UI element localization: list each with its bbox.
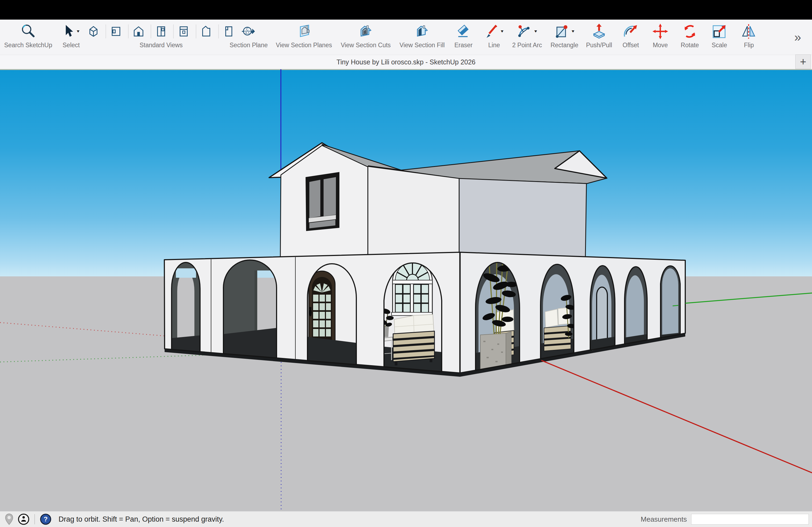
viewport-3d-canvas[interactable]	[0, 69, 812, 511]
document-title: Tiny House by Lili orosco.skp - SketchUp…	[336, 58, 475, 66]
search-sketchup-button[interactable]: Search SketchUp	[3, 22, 54, 49]
view-section-cuts-button[interactable]: View Section Cuts	[336, 22, 395, 49]
tool-label: Offset	[623, 42, 639, 49]
geolocation-pin-icon[interactable]	[4, 513, 14, 525]
measurements-input[interactable]	[691, 514, 809, 525]
line-tool-button[interactable]: ▼ Line	[479, 22, 509, 49]
flip-icon	[741, 23, 757, 40]
view-back-button[interactable]	[173, 25, 193, 39]
view-section-planes-button[interactable]: View Section Planes	[272, 22, 336, 49]
view-section-planes-icon	[296, 23, 312, 40]
view-section-fill-button[interactable]: View Section Fill	[394, 22, 450, 49]
svg-text:?: ?	[44, 515, 48, 523]
tool-label: Search SketchUp	[4, 42, 52, 49]
tool-label: Line	[488, 42, 500, 49]
title-bar: Tiny House by Lili orosco.skp - SketchUp…	[0, 55, 812, 69]
instructor-person-icon[interactable]	[18, 513, 30, 525]
dropdown-caret-icon[interactable]: ▼	[76, 29, 81, 33]
tool-label: Rectangle	[550, 42, 578, 49]
tool-label: Eraser	[454, 42, 473, 49]
add-scene-tab-button[interactable]: +	[795, 55, 811, 69]
view-top-button[interactable]	[105, 25, 126, 39]
eraser-icon	[455, 23, 472, 40]
rotate-button[interactable]: Rotate	[677, 22, 703, 49]
view-right-button[interactable]	[151, 25, 171, 39]
section-plane-button[interactable]: C A-5 Section Plane	[226, 22, 272, 49]
status-bar: ? Drag to orbit. Shift = Pan, Option = s…	[0, 511, 812, 527]
help-icon[interactable]: ?	[40, 513, 52, 525]
view-iso-button[interactable]	[84, 25, 103, 39]
dropdown-caret-icon[interactable]: ▼	[500, 29, 505, 33]
search-icon	[20, 23, 37, 40]
right-view-icon	[155, 25, 167, 39]
push-pull-icon	[591, 23, 607, 40]
top-view-icon	[110, 25, 122, 39]
dropdown-caret-icon[interactable]: ▼	[534, 29, 538, 33]
arc-icon	[516, 24, 532, 39]
section-plane-icon: C A-5	[240, 23, 257, 40]
push-pull-button[interactable]: Push/Pull	[582, 22, 617, 49]
tool-label: Flip	[744, 42, 754, 49]
rotate-icon	[682, 23, 698, 40]
tool-label: Section Plane	[230, 42, 268, 49]
rectangle-tool-button[interactable]: ▼ Rectangle	[546, 22, 583, 49]
scale-button[interactable]: Scale	[706, 22, 733, 49]
scale-icon	[711, 23, 728, 40]
toolbar-overflow-chevron[interactable]: »	[794, 30, 800, 44]
tool-label: View Section Cuts	[341, 42, 391, 49]
main-toolbar: Search SketchUp ▼ Select Standard Views …	[0, 19, 812, 55]
dropdown-caret-icon[interactable]: ▼	[571, 29, 576, 33]
tool-label: Rotate	[681, 42, 699, 49]
model-scene	[0, 69, 812, 511]
tool-label: View Section Fill	[400, 42, 445, 49]
svg-text:C: C	[246, 27, 249, 31]
eraser-button[interactable]: Eraser	[449, 22, 478, 49]
menu-bar	[0, 0, 812, 19]
flip-button[interactable]: Flip	[736, 22, 762, 49]
back-view-icon	[177, 25, 190, 39]
tool-label: Push/Pull	[586, 42, 612, 49]
tool-label: 2 Point Arc	[512, 42, 542, 49]
rectangle-icon	[554, 24, 569, 39]
view-front-button[interactable]	[128, 25, 148, 39]
model-standing-mirror	[597, 287, 607, 346]
tool-label: View Section Planes	[276, 42, 332, 49]
view-section-fill-icon	[414, 23, 431, 40]
measurements-label: Measurements	[641, 515, 687, 524]
move-icon	[652, 23, 669, 40]
tool-label: Standard Views	[140, 42, 183, 49]
model-upper-window	[306, 172, 339, 231]
two-point-arc-button[interactable]: ▼ 2 Point Arc	[507, 22, 547, 49]
cursor-icon	[62, 24, 74, 39]
front-view-icon	[132, 25, 145, 39]
view-left-button[interactable]	[196, 25, 216, 39]
view-section-cuts-icon	[358, 23, 374, 40]
standard-views-group: Standard Views	[89, 22, 234, 49]
offset-button[interactable]: Offset	[616, 22, 646, 49]
status-hint-text: Drag to orbit. Shift = Pan, Option = sus…	[59, 515, 224, 524]
status-separator	[34, 514, 35, 524]
move-button[interactable]: Move	[647, 22, 674, 49]
tool-label: Move	[653, 42, 668, 49]
select-tool-button[interactable]: ▼ Select	[56, 22, 86, 49]
svg-text:A-5: A-5	[245, 31, 250, 35]
tool-label: Scale	[712, 42, 727, 49]
offset-icon	[622, 23, 639, 40]
iso-view-icon	[87, 25, 100, 39]
left-view-icon	[200, 25, 213, 39]
pencil-icon	[484, 24, 498, 39]
tool-label: Select	[62, 42, 80, 49]
